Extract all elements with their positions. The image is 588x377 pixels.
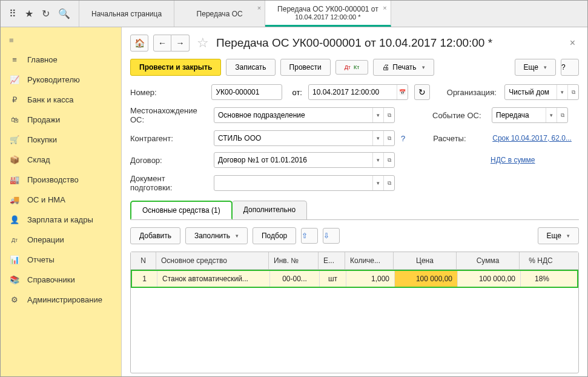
chevron-down-icon[interactable]: ▾ [557, 85, 567, 99]
cell-unit: шт [320, 271, 346, 287]
move-up-button[interactable]: ⇧ [301, 228, 318, 244]
move-down-button[interactable]: ⇩ [323, 228, 340, 244]
sidebar-item-main[interactable]: ≡Главное [1, 50, 121, 70]
calendar-icon[interactable]: 📅 [397, 85, 408, 99]
calc-link[interactable]: Срок 10.04.2017, 62.0... [492, 134, 572, 142]
nds-link[interactable]: НДС в сумме [491, 156, 535, 164]
cell-vat: 18% [521, 271, 563, 287]
table-empty-area[interactable] [131, 288, 578, 373]
sidebar-item-label: Банк и касса [27, 95, 74, 104]
bag-icon: 🛍 [9, 115, 20, 124]
open-icon[interactable]: ⧉ [383, 131, 394, 145]
sidebar-item-assets[interactable]: 🚚ОС и НМА [1, 190, 121, 210]
col-qty[interactable]: Количе... [345, 252, 394, 269]
table-row[interactable]: 1 Станок автоматический... 00-00... шт 1… [131, 270, 578, 288]
date-input[interactable]: 10.04.2017 12:00:00📅 [308, 84, 408, 100]
star-icon[interactable]: ☆ [197, 35, 209, 51]
gear-icon: ⚙ [9, 295, 20, 304]
help-icon[interactable]: ? [401, 134, 405, 143]
search-icon[interactable]: 🔍 [58, 8, 70, 19]
col-n[interactable]: N [131, 252, 156, 269]
chevron-down-icon[interactable]: ▾ [546, 108, 557, 122]
tabs: Начальная страница Передача ОС × Передач… [79, 1, 391, 27]
favorite-icon[interactable]: ★ [25, 8, 33, 19]
counterparty-input[interactable]: СТИЛЬ ООО▾⧉ [214, 130, 395, 146]
cell-price: 100 000,00 [395, 271, 458, 287]
open-icon[interactable]: ⧉ [383, 176, 394, 190]
sidebar-item-bank[interactable]: ₽Банк и касса [1, 90, 121, 110]
forward-button[interactable]: → [171, 35, 190, 52]
col-price[interactable]: Цена [394, 252, 457, 269]
tab-transfer[interactable]: Передача ОС × [174, 1, 265, 27]
pick-button[interactable]: Подбор [253, 227, 296, 244]
col-inv[interactable]: Инв. № [269, 252, 319, 269]
sidebar-item-operations[interactable]: ДтОперации [1, 230, 121, 250]
add-button[interactable]: Добавить [130, 227, 180, 244]
from-label: от: [292, 88, 302, 97]
event-input[interactable]: Передача▾⧉ [492, 107, 568, 123]
sidebar-item-label: Покупки [27, 135, 57, 144]
location-input[interactable]: Основное подразделение▾⧉ [214, 107, 395, 123]
tab-fixed-assets[interactable]: Основные средства (1) [130, 201, 233, 219]
more-button[interactable]: Еще [515, 59, 556, 76]
cart-icon: 🛒 [9, 135, 20, 144]
main-icon: ≡ [9, 55, 20, 64]
menu-toggle-icon[interactable]: ≡ [1, 31, 121, 50]
chevron-down-icon[interactable]: ▾ [372, 153, 383, 167]
col-asset[interactable]: Основное средство [156, 252, 269, 269]
number-input[interactable]: УК00-000001 [211, 84, 282, 100]
org-input[interactable]: Чистый дом▾⧉ [504, 84, 579, 100]
tab-additional[interactable]: Дополнительно [232, 201, 307, 219]
table-more-button[interactable]: Еще [538, 227, 579, 244]
dtkt-button[interactable]: ДтКт [335, 60, 369, 75]
tab-transfer-doc[interactable]: Передача ОС УК00-000001 от 10.04.2017 12… [265, 1, 391, 27]
sidebar-item-label: Справочники [27, 275, 75, 284]
col-vat[interactable]: % НДС [520, 252, 562, 269]
contract-label: Договор: [130, 156, 208, 165]
number-label: Номер: [130, 88, 205, 97]
post-button[interactable]: Провести [280, 59, 331, 76]
chevron-down-icon[interactable]: ▾ [372, 131, 383, 145]
sidebar-item-reports[interactable]: 📊Отчеты [1, 250, 121, 270]
contract-input[interactable]: Договор №1 от 01.01.2016▾⧉ [214, 152, 395, 168]
dtkt-icon: Дт [9, 237, 20, 243]
tab-home[interactable]: Начальная страница [79, 1, 174, 27]
post-and-close-button[interactable]: Провести и закрыть [130, 59, 221, 76]
sidebar-item-manager[interactable]: 📈Руководителю [1, 70, 121, 90]
history-icon[interactable]: ↻ [42, 8, 50, 19]
close-icon[interactable]: × [383, 4, 386, 12]
help-button[interactable]: ? [561, 59, 579, 76]
cell-sum: 100 000,00 [458, 271, 521, 287]
chevron-down-icon[interactable]: ▾ [372, 176, 383, 190]
ruble-icon: ₽ [9, 95, 20, 104]
refresh-button[interactable]: ↻ [414, 84, 429, 100]
open-icon[interactable]: ⧉ [383, 108, 394, 122]
sidebar-item-purchases[interactable]: 🛒Покупки [1, 130, 121, 150]
cell-n: 1 [132, 271, 157, 287]
sidebar-item-admin[interactable]: ⚙Администрирование [1, 290, 121, 310]
col-sum[interactable]: Сумма [457, 252, 520, 269]
fill-button[interactable]: Заполнить [185, 227, 248, 244]
apps-icon[interactable]: ⠿ [9, 8, 16, 19]
close-icon[interactable]: × [257, 4, 261, 12]
save-button[interactable]: Записать [226, 59, 275, 76]
sidebar-item-sales[interactable]: 🛍Продажи [1, 110, 121, 130]
sidebar-item-production[interactable]: 🏭Производство [1, 170, 121, 190]
sidebar-item-warehouse[interactable]: 📦Склад [1, 150, 121, 170]
docprep-input[interactable]: ▾⧉ [214, 175, 395, 191]
sidebar-item-label: Операции [27, 235, 64, 244]
print-button[interactable]: 🖨Печать [373, 59, 434, 76]
open-icon[interactable]: ⧉ [557, 108, 567, 122]
open-icon[interactable]: ⧉ [383, 153, 394, 167]
sidebar-item-label: Продажи [27, 115, 60, 124]
col-unit[interactable]: Е... [319, 252, 345, 269]
home-button[interactable]: 🏠 [130, 35, 148, 52]
back-button[interactable]: ← [153, 35, 171, 52]
sidebar-item-salary[interactable]: 👤Зарплата и кадры [1, 210, 121, 230]
topbar: ⠿ ★ ↻ 🔍 Начальная страница Передача ОС ×… [1, 1, 587, 27]
box-icon: 📦 [9, 155, 20, 164]
chevron-down-icon[interactable]: ▾ [372, 108, 383, 122]
open-icon[interactable]: ⧉ [567, 85, 578, 99]
close-icon[interactable]: × [566, 38, 579, 48]
sidebar-item-directories[interactable]: 📚Справочники [1, 270, 121, 290]
